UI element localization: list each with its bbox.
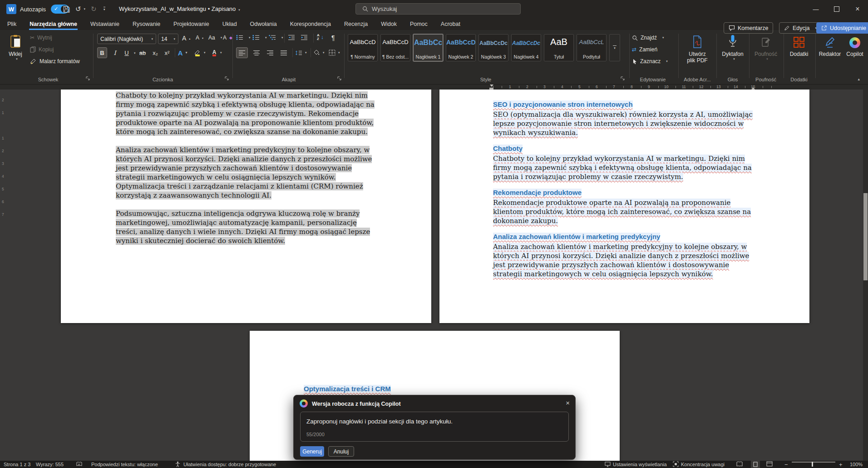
multilevel-list-button[interactable]: ▾	[269, 35, 283, 40]
section-body[interactable]: Analiza zachowań klientów i marketing pr…	[493, 242, 756, 279]
section-heading[interactable]: Analiza zachowań klientów i marketing pr…	[493, 232, 756, 241]
find-button[interactable]: Znajdź▾	[632, 35, 664, 41]
tab-plik[interactable]: Plik	[7, 18, 17, 30]
borders-button[interactable]: ▾	[329, 47, 340, 58]
display-settings[interactable]: Ustawienia wyświetlania	[613, 462, 667, 467]
subscript-button[interactable]: x₂	[150, 47, 160, 58]
generate-button[interactable]: Generuj	[300, 446, 324, 457]
customize-toolbar-button[interactable]: ▾	[104, 5, 105, 14]
sensitivity-button[interactable]: Poufność ▾	[751, 33, 781, 61]
tab-korespondencja[interactable]: Korespondencja	[290, 18, 331, 30]
tab-acrobat[interactable]: Acrobat	[440, 18, 461, 30]
select-button[interactable]: Zaznacz▾	[632, 58, 668, 65]
cut-button[interactable]: ✂Wytnij	[30, 35, 52, 41]
sort-button[interactable]: AZ ↓	[317, 34, 324, 41]
change-case-button[interactable]: Aa▾	[208, 35, 222, 41]
tab-widok[interactable]: Widok	[380, 18, 397, 30]
italic-button[interactable]: I	[110, 47, 120, 58]
copilot-prompt-input[interactable]: Zaproponuj nagłówki i podział sekcji dla…	[300, 412, 569, 442]
style-podtytul[interactable]: AaBbCcLPodtytuł	[577, 34, 607, 61]
replace-button[interactable]: ⇄ Zamień	[632, 46, 657, 53]
focus-mode-icon[interactable]	[673, 461, 679, 467]
section-heading[interactable]: Optymalizacja treści i CRM	[304, 384, 567, 393]
bold-button[interactable]: B	[97, 47, 107, 58]
clipboard-dialog-launcher[interactable]	[85, 76, 90, 81]
zoom-out-button[interactable]: −	[784, 461, 788, 468]
display-settings-icon[interactable]	[605, 461, 611, 467]
first-line-indent-marker[interactable]	[490, 85, 493, 87]
increase-indent-button[interactable]	[301, 35, 308, 40]
addins-button[interactable]: Dodatki	[785, 33, 813, 57]
close-button[interactable]: ×	[847, 0, 868, 18]
font-family-combo[interactable]: Calibri (Nagłówki)▾	[97, 34, 156, 44]
text-predictions-status[interactable]: Podpowiedzi tekstu: włączone	[91, 462, 158, 467]
styles-gallery-more-button[interactable]: ▾	[609, 34, 620, 61]
shading-button[interactable]: ▾	[313, 47, 325, 58]
align-right-button[interactable]	[264, 47, 276, 58]
create-pdf-button[interactable]: Utwórzplik PDF	[680, 33, 715, 64]
style-bez-odstepow[interactable]: AaBbCcD¶ Bez odst...	[380, 34, 410, 61]
pilcrow-button[interactable]: ¶	[331, 34, 335, 41]
highlight-color-button[interactable]: ▾	[194, 47, 206, 58]
page-1-text[interactable]: Chatboty to kolejny przykład wykorzystan…	[116, 91, 380, 254]
tab-recenzja[interactable]: Recenzja	[344, 18, 368, 30]
style-tytul[interactable]: AaBTytuł	[544, 34, 574, 61]
decrease-indent-button[interactable]	[288, 35, 295, 40]
styles-dialog-launcher[interactable]	[620, 76, 625, 81]
document-title[interactable]: Wykorzystanie_AI_w_Marketingu • Zapisano…	[119, 5, 240, 12]
cancel-button[interactable]: Anuluj	[328, 446, 354, 457]
style-naglowek-3[interactable]: AaBbCcDcNagłówek 3	[478, 34, 508, 61]
align-center-button[interactable]	[251, 47, 262, 58]
collapse-ribbon-button[interactable]: ▴	[858, 77, 860, 81]
format-painter-button[interactable]: Malarz formatów	[30, 58, 80, 65]
page-indicator[interactable]: Strona 1 z 3	[4, 462, 30, 467]
focus-mode[interactable]: Koncentracja uwagi	[681, 462, 725, 467]
section-heading[interactable]: SEO i pozycjonowanie stron internetowych	[493, 100, 756, 109]
justify-button[interactable]	[278, 47, 290, 58]
accessibility-icon[interactable]	[175, 461, 181, 467]
tab-pomoc[interactable]: Pomoc	[409, 18, 428, 30]
save-button[interactable]	[63, 5, 70, 14]
search-input[interactable]: Wyszukaj	[355, 3, 521, 15]
undo-button[interactable]: ↺▾	[75, 5, 85, 14]
print-layout-button[interactable]	[751, 461, 760, 468]
maximize-button[interactable]	[826, 0, 847, 18]
zoom-level[interactable]: 100%	[850, 462, 863, 467]
scrollbar-thumb[interactable]	[863, 193, 868, 280]
copilot-button[interactable]: Copilot	[843, 33, 866, 57]
page-2-text[interactable]: SEO i pozycjonowanie stron internetowych…	[493, 90, 756, 279]
tab-rysowanie[interactable]: Rysowanie	[132, 18, 161, 30]
tab-wstawianie[interactable]: Wstawianie	[90, 18, 120, 30]
underline-button[interactable]: U	[122, 47, 132, 58]
line-spacing-button[interactable]: ▾	[295, 47, 307, 58]
tab-narzedzia-glowne[interactable]: Narzędzia główne	[29, 18, 78, 30]
spellcheck-icon[interactable]	[76, 461, 82, 467]
superscript-button[interactable]: x²	[162, 47, 172, 58]
style-normalny[interactable]: AaBbCcD¶ Normalny	[348, 34, 378, 61]
redo-button[interactable]: ↻	[91, 5, 97, 14]
font-dialog-launcher[interactable]	[224, 76, 229, 81]
share-button[interactable]: Udostępnianie▾	[816, 22, 868, 34]
font-color-button[interactable]: A ▾	[211, 47, 222, 58]
paste-button[interactable]: Wklej ▾	[5, 33, 25, 61]
paragraph[interactable]: Analiza zachowań klientów i marketing pr…	[116, 145, 380, 200]
zoom-in-button[interactable]: +	[839, 461, 843, 468]
strikethrough-button[interactable]: ab	[138, 47, 148, 58]
word-count[interactable]: Wyrazy: 555	[36, 462, 64, 467]
font-size-combo[interactable]: 14▾	[158, 34, 178, 44]
dictate-button[interactable]: Dyktafon ▾	[718, 33, 747, 61]
tab-uklad[interactable]: Układ	[222, 18, 237, 30]
numbering-button[interactable]: ▾	[252, 35, 267, 40]
copy-button[interactable]: Kopiuj	[30, 46, 54, 53]
bullets-button[interactable]: ▾	[236, 35, 251, 40]
shrink-font-button[interactable]: A▾	[196, 35, 203, 41]
section-body[interactable]: Chatboty to kolejny przykład wykorzystan…	[493, 154, 756, 181]
section-heading[interactable]: Rekomendacje produktowe	[493, 188, 756, 197]
tab-projektowanie[interactable]: Projektowanie	[173, 18, 210, 30]
close-icon[interactable]: ×	[566, 399, 570, 407]
grow-font-button[interactable]: A▴	[182, 35, 190, 42]
paragraph[interactable]: Podsumowując, sztuczna inteligencja odgr…	[116, 209, 380, 245]
clear-formatting-button[interactable]: A◆	[223, 35, 232, 41]
vertical-scrollbar[interactable]	[863, 90, 868, 461]
accessibility-status[interactable]: Ułatwienia dostępu: dobrze przygotowane	[183, 462, 276, 467]
